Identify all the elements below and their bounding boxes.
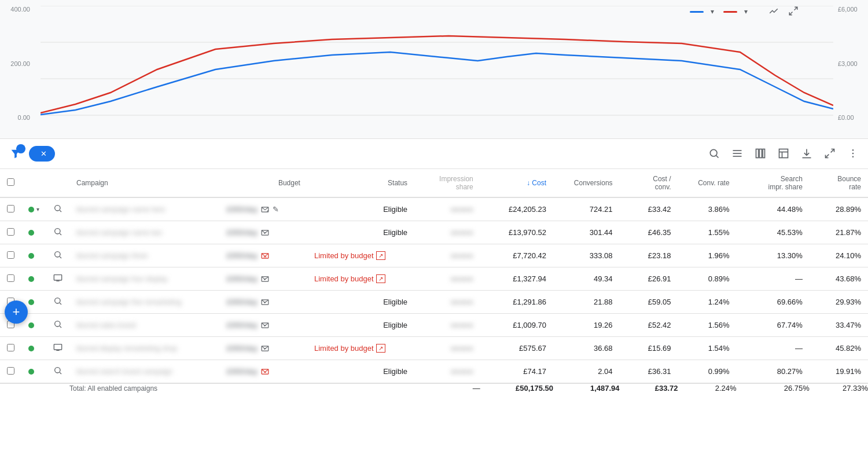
cost-conv-value: £46.35 [620,221,678,244]
campaign-name[interactable]: blurred campaign four display [76,275,167,283]
row-checkbox[interactable] [7,205,14,212]
table-body: ▾ blurred campaign name here £000/day ✎ … [0,197,868,383]
download-toolbar-button[interactable] [801,148,812,160]
campaign-type-icon[interactable] [46,360,69,384]
campaign-status-filter-button[interactable]: ✕ [29,146,55,162]
campaign-type-icon[interactable] [46,244,69,267]
row-dropdown-arrow[interactable]: ▾ [36,206,39,212]
cost-conv-value: £23.18 [620,244,678,267]
budget-value: £000/day [226,298,258,306]
row-checkbox[interactable] [7,251,14,259]
conversions-value: 724.21 [553,197,620,221]
campaign-name[interactable]: blurred campaign name two [76,229,162,237]
row-checkbox[interactable] [7,344,14,351]
cost-conv-value: £36.31 [620,360,678,384]
header-checkbox[interactable] [0,169,21,197]
columns-toolbar-button[interactable] [755,148,766,160]
campaign-type-icon[interactable] [46,314,69,337]
conversions-value: 2.04 [553,360,620,384]
status-limited: Limited by budget ↗ [314,344,407,353]
header-bounce-rate[interactable]: Bouncerate [810,169,868,197]
y-axis-left: 400.00 200.00 0.00 [0,6,35,121]
campaign-name[interactable]: blurred campaign three [76,252,148,260]
svg-point-36 [55,298,60,303]
x-axis [41,136,833,138]
campaign-type-icon[interactable] [46,197,69,221]
bounce-rate-value: 43.68% [810,267,868,291]
cost-value: £1,009.70 [480,314,553,337]
budget-cell: £000/day [226,344,300,353]
budget-cell: £000/day [226,298,300,306]
header-conversions[interactable]: Conversions [553,169,620,197]
segment-toolbar-button[interactable] [731,148,743,160]
campaign-type-icon[interactable] [46,267,69,291]
svg-rect-14 [779,149,788,157]
campaign-type-icon[interactable] [46,291,69,314]
filter-icon-badge[interactable] [9,148,22,160]
table-row: blurred campaign four display £000/day L… [0,267,868,291]
expand-toolbar-button[interactable] [824,148,836,160]
conv-rate-value: 1.55% [678,221,737,244]
header-impression-share[interactable]: Impressionshare [414,169,480,197]
campaign-name[interactable]: blurred search brand campaign [76,368,172,376]
bounce-rate-value: 29.93% [810,291,868,314]
budget-value: £000/day [226,228,258,237]
chart-area: ▾ ▾ 400.00 200.00 0.00 £6,000 £3,0 [0,0,868,139]
status-eligible: Eligible [383,228,407,237]
svg-point-29 [55,252,60,257]
cost-conv-value: £26.91 [620,267,678,291]
status-eligible: Eligible [383,367,407,376]
cost-conv-value: £52.42 [620,314,678,337]
row-checkbox[interactable] [7,367,14,375]
row-checkbox[interactable] [7,228,14,236]
budget-cell: £000/day ✎ [226,205,300,214]
toolbar: ✕ [0,139,868,169]
bounce-rate-value: 19.91% [810,360,868,384]
header-search-impr[interactable]: Searchimpr. share [737,169,810,197]
impression-share-value: ●●●●● [450,367,473,376]
svg-line-24 [60,210,61,212]
status-eligible: Eligible [383,321,407,329]
status-dot [28,253,34,259]
campaign-name[interactable]: blurred campaign five remarketing [76,298,181,306]
campaign-type-icon[interactable] [46,221,69,244]
cost-conv-value: £15.69 [620,337,678,360]
toolbar-right [708,148,859,160]
table-row: blurred search brand campaign £000/day E… [0,360,868,384]
more-toolbar-button[interactable] [847,148,859,160]
svg-point-21 [852,152,854,154]
row-checkbox[interactable] [7,274,14,282]
budget-edit-icon[interactable]: ✎ [273,205,279,214]
status-dot [28,230,34,236]
campaign-name[interactable]: blurred campaign name here [76,206,165,214]
reports-toolbar-button[interactable] [778,148,789,160]
budget-value: £000/day [226,367,258,376]
header-conv-rate[interactable]: Conv. rate [678,169,737,197]
search-impr-value: 13.30% [737,244,810,267]
bounce-rate-value: 21.87% [810,221,868,244]
header-cost-conv[interactable]: Cost /conv. [620,169,678,197]
campaign-type-icon[interactable] [46,337,69,360]
select-all-checkbox[interactable] [7,178,14,186]
search-impr-value: 69.66% [737,291,810,314]
table-row: ▾ blurred campaign name here £000/day ✎ … [0,197,868,221]
add-fab-button[interactable]: + [5,300,28,324]
campaign-name[interactable]: blurred sales brand [76,321,136,329]
table-row: blurred campaign name two £000/day Eligi… [0,221,868,244]
table-footer-row: Total: All enabled campaigns — £50,175.5… [0,383,868,393]
impression-share-value: ●●●●● [450,228,473,237]
conv-rate-value: 1.54% [678,337,737,360]
header-status[interactable]: Status [307,169,414,197]
header-budget[interactable]: Budget [219,169,307,197]
status-eligible: Eligible [383,205,407,214]
conversions-value: 21.88 [553,291,620,314]
header-cost[interactable]: ↓ Cost [480,169,553,197]
header-campaign[interactable]: Campaign [69,169,219,197]
svg-point-20 [852,149,854,151]
campaign-name[interactable]: blurred display remarketing shop [76,344,177,353]
budget-cell: £000/day [226,251,300,260]
search-impr-value: 45.53% [737,221,810,244]
svg-point-45 [55,368,60,373]
search-toolbar-button[interactable] [708,148,720,160]
impression-share-value: ●●●●● [450,251,473,260]
